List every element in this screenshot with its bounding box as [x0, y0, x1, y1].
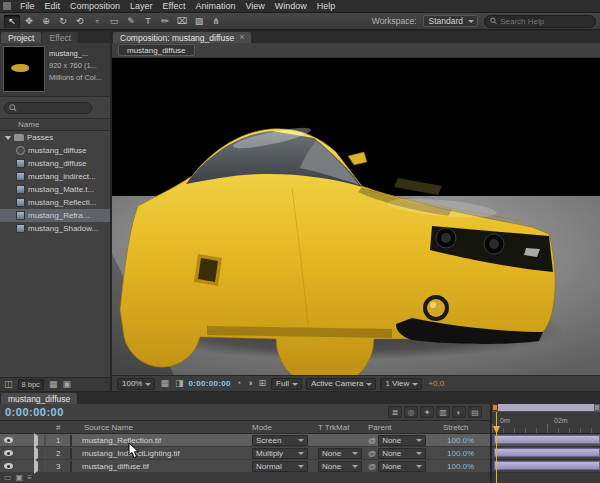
project-item[interactable]: mustang_indirect...: [0, 170, 110, 183]
graph-editor-icon[interactable]: ▤: [468, 406, 482, 418]
project-item[interactable]: mustang_Matte.t...: [0, 183, 110, 196]
layer-source-name[interactable]: mustang_IndirectLighting.tif: [82, 449, 252, 458]
visibility-eye-icon[interactable]: [4, 450, 13, 456]
camera-view-dropdown[interactable]: Active Camera: [306, 378, 376, 390]
help-search-input[interactable]: [500, 17, 590, 26]
time-ruler[interactable]: 0m 02m: [492, 412, 600, 434]
tab-composition[interactable]: Composition: mustang_diffuse ×: [113, 32, 251, 43]
layer-duration-bar[interactable]: [494, 435, 600, 444]
pickwhip-icon[interactable]: @: [368, 462, 376, 471]
expand-layer-switches-icon[interactable]: ▭: [4, 473, 12, 482]
column-number[interactable]: #: [56, 423, 70, 432]
mask-shape-tool[interactable]: ▭: [106, 15, 122, 28]
visibility-eye-icon[interactable]: [4, 463, 13, 469]
project-name-column-header[interactable]: Name: [0, 119, 110, 131]
composition-viewport[interactable]: [112, 58, 600, 375]
column-source-name[interactable]: Source Name: [70, 423, 252, 432]
pickwhip-icon[interactable]: @: [368, 449, 376, 458]
layer-row-2[interactable]: 2 mustang_IndirectLighting.tif Multiply …: [0, 447, 490, 460]
trkmat-dropdown[interactable]: None: [318, 448, 362, 459]
expand-transfer-controls-icon[interactable]: ▣: [16, 473, 24, 482]
project-item[interactable]: mustang_Reflecti...: [0, 196, 110, 209]
navigator-end-handle[interactable]: [594, 404, 600, 411]
project-item[interactable]: mustang_Shadow...: [0, 222, 110, 235]
menu-view[interactable]: View: [240, 1, 269, 11]
magnification-dropdown[interactable]: 100%: [117, 378, 155, 390]
rotation-tool[interactable]: ↻: [55, 15, 71, 28]
menu-help[interactable]: Help: [312, 1, 341, 11]
type-tool[interactable]: T: [140, 15, 156, 28]
hand-tool[interactable]: ✥: [21, 15, 37, 28]
label-color-swatch[interactable]: [44, 448, 46, 459]
layer-source-name[interactable]: mustang_Reflection.tif: [82, 436, 252, 445]
column-parent[interactable]: Parent: [368, 423, 443, 432]
brush-tool[interactable]: ✏: [157, 15, 173, 28]
puppet-pin-tool[interactable]: ⋔: [208, 15, 224, 28]
workspace-dropdown[interactable]: Standard: [423, 15, 479, 27]
layer-row-3[interactable]: 3 mustang_diffuse.tif Normal None @None …: [0, 460, 490, 473]
help-search-box[interactable]: [484, 15, 596, 28]
view-layout-dropdown[interactable]: 1 View: [380, 378, 422, 390]
label-color-swatch[interactable]: [44, 461, 46, 472]
project-item[interactable]: mustang_diffuse: [0, 144, 110, 157]
snapshot-icon[interactable]: ◔: [235, 379, 242, 388]
comp-mini-flowchart-icon[interactable]: ≣: [388, 406, 402, 418]
stretch-value[interactable]: 100.0%: [443, 436, 490, 445]
layer-duration-bar[interactable]: [494, 448, 600, 457]
project-item-selected[interactable]: mustang_Refra...: [0, 209, 110, 222]
exposure-value[interactable]: +0.0: [428, 379, 444, 388]
clone-stamp-tool[interactable]: ⌧: [174, 15, 190, 28]
timeline-graph-area[interactable]: 0m 02m: [490, 404, 600, 483]
expander-down-icon[interactable]: [5, 136, 11, 140]
parent-dropdown[interactable]: None: [378, 461, 426, 472]
current-time-display[interactable]: 0:00:00:00: [189, 379, 231, 388]
close-icon[interactable]: ×: [239, 33, 244, 42]
layer-duration-bar[interactable]: [494, 461, 600, 470]
frame-blend-icon[interactable]: ▥: [436, 406, 450, 418]
draft-3d-icon[interactable]: ◎: [404, 406, 418, 418]
visibility-eye-icon[interactable]: [4, 437, 13, 443]
blend-mode-dropdown[interactable]: Screen: [252, 435, 308, 446]
stretch-value[interactable]: 100.0%: [443, 462, 490, 471]
parent-dropdown[interactable]: None: [378, 435, 426, 446]
show-channel-icon[interactable]: ◑: [246, 379, 253, 388]
layer-source-name[interactable]: mustang_diffuse.tif: [82, 462, 252, 471]
tab-project[interactable]: Project: [1, 32, 41, 43]
menu-effect[interactable]: Effect: [158, 1, 191, 11]
timeline-current-time[interactable]: 0:00:00:00: [0, 406, 64, 418]
region-of-interest-icon[interactable]: ⊞: [258, 379, 268, 388]
trkmat-dropdown[interactable]: None: [318, 461, 362, 472]
parent-dropdown[interactable]: None: [378, 448, 426, 459]
current-time-indicator[interactable]: [496, 412, 497, 483]
column-trkmat[interactable]: T TrkMat: [318, 423, 368, 432]
grid-guides-icon[interactable]: ▦: [159, 379, 170, 388]
time-navigator[interactable]: [492, 404, 600, 412]
menu-animation[interactable]: Animation: [190, 1, 240, 11]
column-stretch[interactable]: Stretch: [443, 423, 490, 432]
column-mode[interactable]: Mode: [252, 423, 318, 432]
breadcrumb[interactable]: mustang_diffuse: [118, 44, 195, 56]
navigator-start-handle[interactable]: [492, 404, 498, 411]
project-item[interactable]: mustang_diffuse: [0, 157, 110, 170]
new-folder-icon[interactable]: ▦: [49, 380, 58, 389]
eraser-tool[interactable]: ▨: [191, 15, 207, 28]
menu-window[interactable]: Window: [270, 1, 312, 11]
mask-visibility-icon[interactable]: ◨: [174, 379, 185, 388]
pen-tool[interactable]: ✎: [123, 15, 139, 28]
pan-behind-tool[interactable]: ▫: [89, 15, 105, 28]
trash-icon[interactable]: ▣: [62, 380, 71, 389]
stretch-value[interactable]: 100.0%: [443, 449, 490, 458]
menu-edit[interactable]: Edit: [40, 1, 66, 11]
bit-depth-button[interactable]: 8 bpc: [18, 379, 44, 390]
label-color-swatch[interactable]: [44, 435, 46, 446]
project-search-box[interactable]: [4, 102, 92, 114]
blend-mode-dropdown[interactable]: Multiply: [252, 448, 308, 459]
tab-effect-controls[interactable]: Effect: [42, 32, 78, 43]
menu-layer[interactable]: Layer: [125, 1, 158, 11]
blend-mode-dropdown[interactable]: Normal: [252, 461, 308, 472]
project-item-passes-folder[interactable]: Passes: [0, 131, 110, 144]
hide-shy-layers-icon[interactable]: ✦: [420, 406, 434, 418]
menu-composition[interactable]: Composition: [65, 1, 125, 11]
expand-in-out-icon[interactable]: ≡: [27, 473, 32, 482]
motion-blur-icon[interactable]: ◐: [452, 406, 466, 418]
